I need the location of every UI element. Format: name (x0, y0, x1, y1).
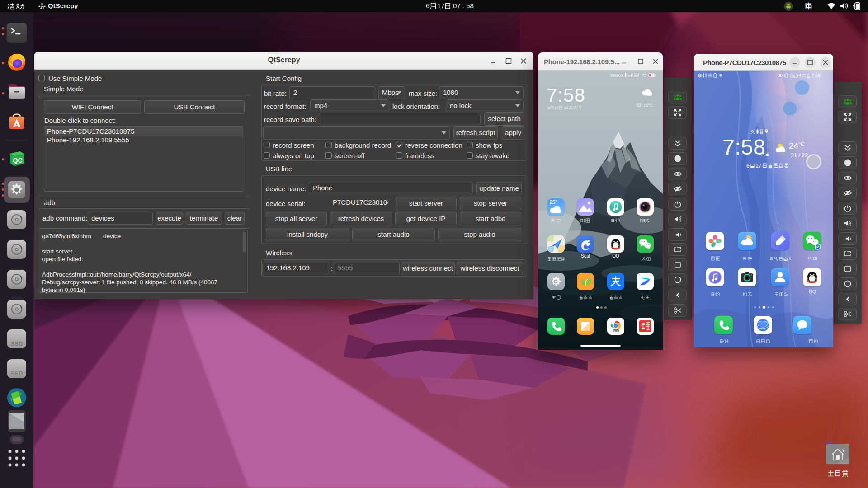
svg-text:6: 6 (426, 2, 429, 9)
svg-text:6: 6 (746, 163, 750, 168)
svg-text:SSD: SSD (11, 340, 23, 347)
svg-text:07 : 58: 07 : 58 (453, 2, 474, 9)
svg-text:Beta: Beta (613, 330, 618, 332)
svg-text:17: 17 (755, 163, 762, 168)
svg-text:17: 17 (437, 2, 445, 9)
